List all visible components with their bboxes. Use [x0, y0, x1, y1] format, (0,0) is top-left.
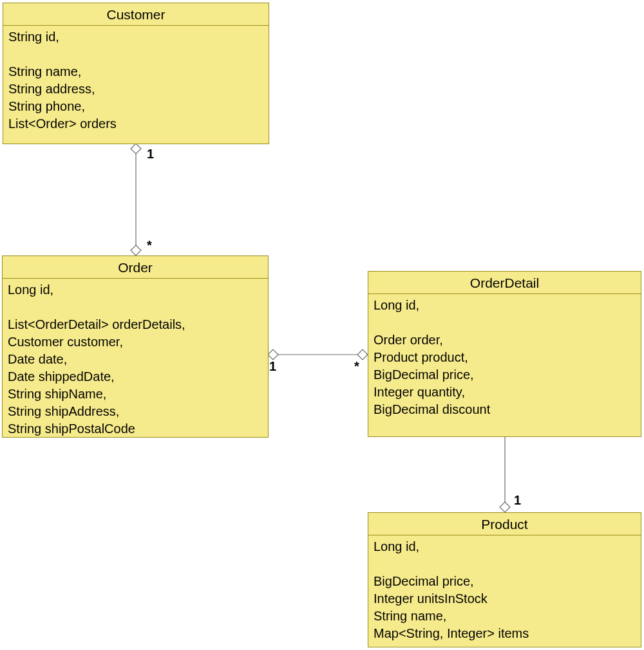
class-orderdetail-body: Long id, Order order, Product product, B… — [368, 294, 641, 423]
class-orderdetail-title: OrderDetail — [368, 272, 641, 294]
class-product-body: Long id, BigDecimal price, Integer units… — [368, 535, 641, 647]
class-customer: Customer String id, String name, String … — [3, 3, 269, 144]
class-customer-body: String id, String name, String address, … — [3, 26, 269, 138]
class-order-title: Order — [3, 256, 268, 279]
class-customer-title: Customer — [3, 3, 269, 26]
uml-class-diagram: Customer String id, String name, String … — [0, 0, 644, 650]
class-orderdetail: OrderDetail Long id, Order order, Produc… — [368, 271, 641, 437]
svg-marker-4 — [268, 349, 278, 360]
svg-marker-5 — [357, 349, 368, 360]
mult-order-detail-right: * — [354, 359, 359, 374]
svg-marker-1 — [131, 144, 141, 154]
class-product-title: Product — [368, 513, 641, 535]
mult-customer-order-bottom: * — [147, 238, 152, 253]
mult-order-detail-left: 1 — [269, 359, 276, 374]
class-product: Product Long id, BigDecimal price, Integ… — [368, 512, 641, 647]
class-order-body: Long id, List<OrderDetail> orderDetails,… — [3, 279, 268, 443]
svg-marker-2 — [131, 245, 141, 255]
mult-customer-order-top: 1 — [147, 147, 154, 162]
svg-marker-7 — [500, 502, 510, 512]
mult-orderdetail-product-bottom: 1 — [514, 493, 521, 508]
class-order: Order Long id, List<OrderDetail> orderDe… — [2, 255, 269, 438]
